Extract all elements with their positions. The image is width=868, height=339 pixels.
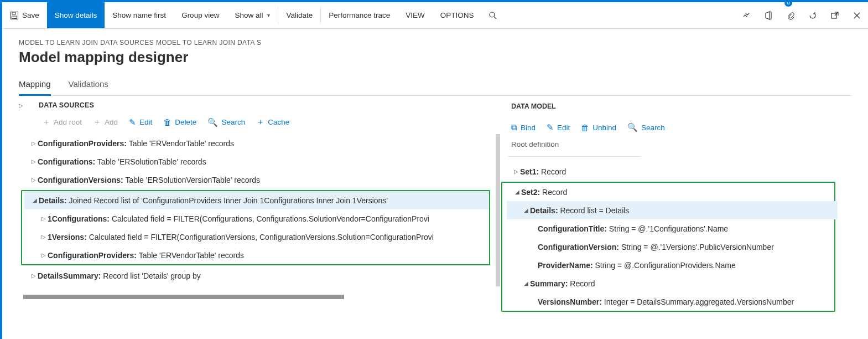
show-all-label: Show all: [235, 11, 263, 19]
attachments-badge: 0: [784, 1, 792, 7]
row-rest: Integer = DetailsSummary.aggregated.Vers…: [602, 297, 794, 306]
tree-row-selected[interactable]: ◢Details: Record list = Details: [507, 201, 838, 219]
highlight-box-left: ◢Details: Joined Record list of 'Configu…: [21, 190, 490, 265]
show-details-button[interactable]: Show details: [47, 2, 105, 28]
view-label: VIEW: [406, 11, 425, 19]
popout-button[interactable]: [824, 2, 846, 28]
expand-icon[interactable]: ▷: [30, 140, 38, 146]
options-label: OPTIONS: [440, 11, 474, 19]
tab-bar: Mapping Validations: [19, 76, 851, 96]
row-rest: Record: [568, 279, 595, 288]
unbind-button[interactable]: 🗑Unbind: [581, 122, 616, 132]
tree-row-selected[interactable]: ◢Details: Joined Record list of 'Configu…: [24, 191, 489, 209]
show-name-first-button[interactable]: Show name first: [105, 2, 174, 28]
plus-icon: ＋: [256, 117, 264, 127]
tree-row[interactable]: ▷ConfigurationProviders: Table 'ERVendor…: [23, 134, 500, 152]
tree-row[interactable]: ◢Summary: Record: [507, 274, 834, 292]
chevron-down-icon: ▾: [267, 12, 270, 18]
add-button[interactable]: ＋Add: [93, 117, 118, 127]
row-name: ConfigurationProviders:: [38, 139, 127, 148]
group-view-button[interactable]: Group view: [174, 2, 227, 28]
validate-button[interactable]: Validate: [278, 2, 320, 28]
data-model-panel: DATA MODEL ⧉Bind ✎Edit 🗑Unbind 🔍Search R…: [506, 96, 849, 313]
tree-row[interactable]: ▷ConfigurationProviders: Table 'ERVendor…: [24, 246, 489, 264]
row-rest: Table 'ERSolutionTable' records: [95, 157, 206, 166]
tree-row[interactable]: ▷ConfigurationVersions: Table 'ERSolutio…: [23, 171, 500, 189]
delete-button[interactable]: 🗑Delete: [163, 117, 196, 127]
cache-label: Cache: [268, 118, 289, 126]
search-button[interactable]: [482, 2, 504, 28]
expand-icon[interactable]: ▷: [30, 158, 38, 165]
row-name: Details:: [39, 196, 67, 205]
expand-icon[interactable]: ▷: [30, 177, 38, 183]
data-model-toolbar: ⧉Bind ✎Edit 🗑Unbind 🔍Search: [506, 118, 832, 139]
row-name: Set2:: [521, 188, 540, 197]
bind-button[interactable]: ⧉Bind: [511, 122, 536, 132]
collapse-icon[interactable]: ◢: [522, 280, 530, 286]
close-button[interactable]: [846, 2, 868, 28]
tree-row[interactable]: VersionsNumber: Integer = DetailsSummary…: [507, 292, 834, 311]
tab-validations[interactable]: Validations: [69, 76, 108, 95]
search-dm-label: Search: [641, 124, 665, 132]
divider: [508, 156, 641, 157]
pencil-icon: ✎: [129, 117, 136, 127]
collapse-icon[interactable]: ◢: [513, 189, 521, 195]
show-all-button[interactable]: Show all▾: [227, 2, 278, 28]
row-name: ProviderName:: [538, 261, 593, 270]
tree-row[interactable]: ConfigurationVersion: String = @.'1Versi…: [507, 238, 834, 256]
svg-rect-6: [831, 13, 836, 18]
collapse-caret-icon[interactable]: ▷: [19, 102, 29, 109]
pencil-icon: ✎: [547, 122, 554, 132]
view-menu[interactable]: VIEW: [398, 2, 433, 28]
data-model-title: DATA MODEL: [506, 96, 832, 118]
office-button[interactable]: [757, 2, 779, 28]
save-button[interactable]: Save: [2, 2, 47, 28]
link-button[interactable]: [735, 2, 757, 28]
attachments-button[interactable]: 0: [779, 2, 802, 28]
refresh-icon: [808, 11, 817, 20]
tree-row[interactable]: ◢Set2: Record: [507, 183, 834, 201]
tree-row[interactable]: ▷Set1: Record: [506, 162, 832, 181]
expand-icon[interactable]: ▷: [40, 234, 48, 240]
data-sources-panel: ▷ DATA SOURCES ＋Add root ＋Add ✎Edit 🗑Del…: [2, 96, 500, 299]
delete-label: Delete: [175, 118, 196, 126]
refresh-button[interactable]: [802, 2, 824, 28]
search-ds-button[interactable]: 🔍Search: [207, 117, 245, 127]
edit-dm-button[interactable]: ✎Edit: [547, 122, 570, 132]
tree-row[interactable]: ▷Configurations: Table 'ERSolutionTable'…: [23, 152, 500, 171]
data-sources-tree: ▷ConfigurationProviders: Table 'ERVendor…: [23, 134, 500, 299]
expand-icon[interactable]: ▷: [40, 215, 48, 222]
svg-rect-2: [12, 16, 17, 19]
expand-icon[interactable]: ▷: [40, 252, 48, 258]
row-rest: Record list = Details: [558, 206, 630, 215]
search-icon: 🔍: [207, 117, 218, 127]
collapse-icon[interactable]: ◢: [31, 197, 39, 203]
bind-label: Bind: [521, 124, 536, 132]
row-rest: String = @.'1Configurations'.Name: [607, 224, 728, 233]
vertical-scrollbar[interactable]: [496, 134, 500, 286]
add-root-button[interactable]: ＋Add root: [42, 117, 82, 127]
tab-mapping[interactable]: Mapping: [19, 76, 51, 96]
row-rest: Calculated field = FILTER(Configurations…: [110, 214, 429, 223]
cache-button[interactable]: ＋Cache: [256, 117, 289, 127]
tree-row[interactable]: ConfigurationTitle: String = @.'1Configu…: [507, 219, 834, 238]
options-menu[interactable]: OPTIONS: [433, 2, 482, 28]
performance-trace-button[interactable]: Performance trace: [321, 2, 398, 28]
tree-row[interactable]: ▷1Configurations: Calculated field = FIL…: [24, 209, 489, 228]
data-sources-toolbar: ＋Add root ＋Add ✎Edit 🗑Delete 🔍Search ＋Ca…: [19, 112, 500, 134]
edit-button[interactable]: ✎Edit: [129, 117, 152, 127]
row-name: DetailsSummary:: [38, 271, 101, 280]
horizontal-scrollbar-track[interactable]: [23, 295, 500, 299]
edit-label: Edit: [139, 118, 152, 126]
show-details-label: Show details: [55, 11, 97, 19]
tree-row[interactable]: ProviderName: String = @.ConfigurationPr…: [507, 256, 834, 274]
tree-row[interactable]: ▷DetailsSummary: Record list 'Details' g…: [23, 266, 500, 285]
horizontal-scrollbar-thumb[interactable]: [23, 295, 344, 299]
edit-dm-label: Edit: [557, 124, 570, 132]
tree-row[interactable]: ▷1Versions: Calculated field = FILTER(Co…: [24, 228, 489, 246]
search-dm-button[interactable]: 🔍Search: [627, 122, 665, 132]
search-ds-label: Search: [221, 118, 245, 126]
collapse-icon[interactable]: ◢: [522, 207, 530, 213]
expand-icon[interactable]: ▷: [512, 168, 520, 174]
expand-icon[interactable]: ▷: [30, 273, 38, 279]
